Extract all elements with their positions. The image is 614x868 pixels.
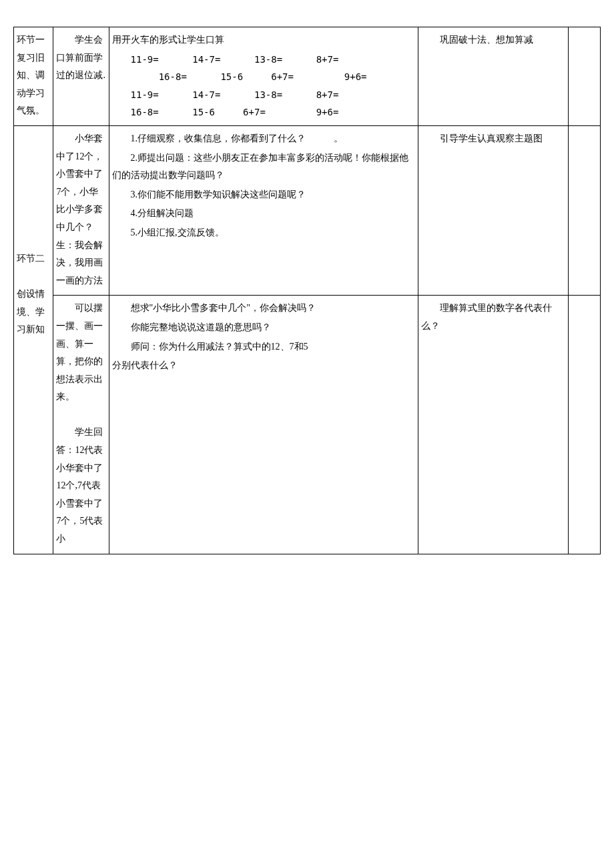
equation-line: 16-8= 15-6 6+7= 9+6= [131,103,415,121]
teacher-step-4: 4.分组解决问题 [112,205,415,223]
equation-block: 11-9= 14-7= 13-8= 8+7= 16-8= 15-6 6+7= 9… [112,51,415,121]
intent-1: 巩固破十法、想加算减 [421,31,566,49]
table-row: 环节二 创设情境、学习新知 小华套中了12个，小雪套中了7个，小华比小学多套中几… [14,125,601,295]
equation-line: 11-9= 14-7= 13-8= 8+7= [131,51,415,69]
intent-2b: 理解算式里的数字各代表什么？ [421,300,566,335]
equation-line: 11-9= 14-7= 13-8= 8+7= [131,86,415,104]
teacher-step-2: 2.师提出问题：这些小朋友正在参加丰富多彩的活动呢！你能根据他们的活动提出数学问… [112,149,415,185]
student-activity-cell: 学生会口算前面学过的退位减. [53,27,109,126]
teacher-q3: 师问：你为什么用减法？算式中的12、7和5 [112,338,415,356]
teacher-step-3: 3.你们能不能用数学知识解决这些问题呢？ [112,186,415,204]
lesson-plan-table: 环节一 复习旧知、调动学习气氛。 学生会口算前面学过的退位减. 用开火车的形式让… [13,27,601,554]
intent-2a: 引导学生认真观察主题图 [421,130,566,148]
teacher-activity-cell: 1.仔细观察，收集信息，你都看到了什么？ 。 2.师提出问题：这些小朋友正在参加… [109,125,418,295]
student-activity-cell: 可以摆一摆、画一画、算一算，把你的想法表示出来。 学生回答：12代表小华套中了1… [53,296,109,554]
stage-2-label: 环节二 创设情境、学习新知 [17,130,50,339]
teacher-q4: 分别代表什么？ [112,357,415,375]
table-row: 可以摆一摆、画一画、算一算，把你的想法表示出来。 学生回答：12代表小华套中了1… [14,296,601,554]
teacher-step-5: 5.小组汇报,交流反馈。 [112,224,415,242]
student-activity-cell: 小华套中了12个，小雪套中了7个，小华比小学多套中几个？生：我会解决，我用画一画… [53,125,109,295]
intent-cell: 理解算式里的数字各代表什么？ [418,296,569,554]
stage-cell: 环节二 创设情境、学习新知 [14,125,53,554]
teacher-intro-1: 用开火车的形式让学生口算 [112,31,415,49]
table-row: 环节一 复习旧知、调动学习气氛。 学生会口算前面学过的退位减. 用开火车的形式让… [14,27,601,126]
stage-1-label: 环节一 复习旧知、调动学习气氛。 [17,31,50,120]
student-activity-2a: 小华套中了12个，小雪套中了7个，小华比小学多套中几个？生：我会解决，我用画一画… [56,130,105,290]
blank-cell [569,296,601,554]
teacher-q2: 你能完整地说说这道题的意思吗？ [112,319,415,337]
teacher-activity-cell: 用开火车的形式让学生口算 11-9= 14-7= 13-8= 8+7= 16-8… [109,27,418,126]
student-activity-1: 学生会口算前面学过的退位减. [56,31,105,85]
stage-cell: 环节一 复习旧知、调动学习气氛。 [14,27,53,126]
teacher-activity-cell: 想求"小华比小雪多套中几个"，你会解决吗？ 你能完整地说说这道题的意思吗？ 师问… [109,296,418,554]
intent-cell: 引导学生认真观察主题图 [418,125,569,295]
intent-cell: 巩固破十法、想加算减 [418,27,569,126]
teacher-step-1: 1.仔细观察，收集信息，你都看到了什么？ 。 [112,130,415,148]
teacher-q1: 想求"小华比小雪多套中几个"，你会解决吗？ [112,300,415,318]
student-activity-2b: 可以摆一摆、画一画、算一算，把你的想法表示出来。 学生回答：12代表小华套中了1… [56,300,105,548]
blank-cell [569,125,601,295]
blank-cell [569,27,601,126]
equation-line: 16-8= 15-6 6+7= 9+6= [131,68,415,86]
